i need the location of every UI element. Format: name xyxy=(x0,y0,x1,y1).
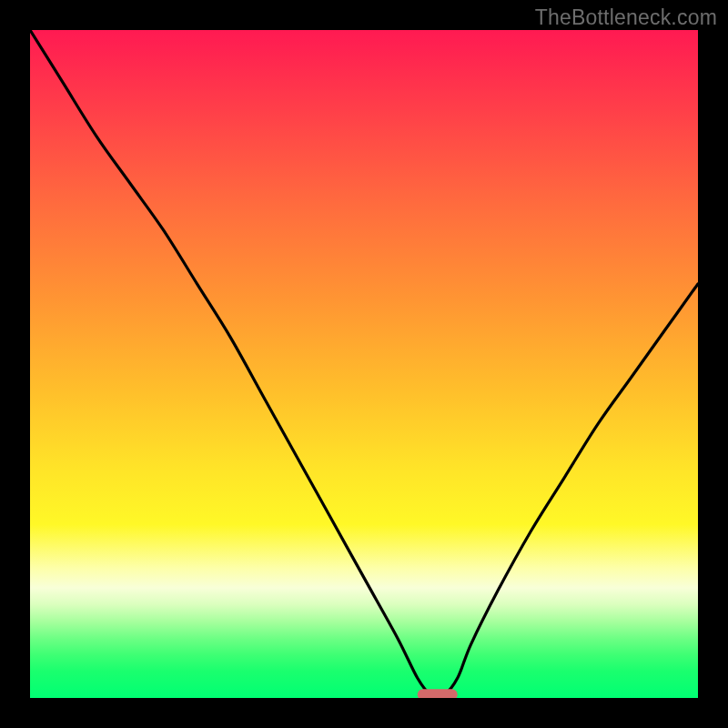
plot-area xyxy=(30,30,698,698)
plot-svg xyxy=(30,30,698,698)
watermark-text: TheBottleneck.com xyxy=(535,5,717,30)
bottleneck-curve xyxy=(30,30,698,697)
chart-frame: TheBottleneck.com xyxy=(0,0,728,728)
optimum-marker xyxy=(418,689,458,698)
